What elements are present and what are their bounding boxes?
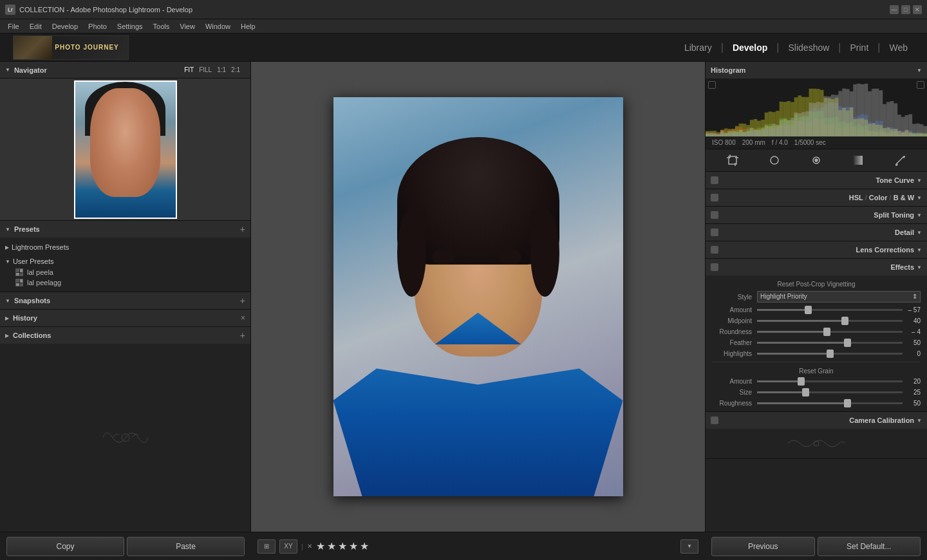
app-icon: Lr xyxy=(5,5,15,15)
snapshots-header[interactable]: Snapshots + xyxy=(0,292,250,309)
rating-stars: ★ ★ ★ ★ ★ xyxy=(316,540,369,552)
grain-amount-label: Amount xyxy=(712,378,757,385)
hsl-arrow xyxy=(917,195,922,201)
split-toning-header[interactable]: Split Toning xyxy=(706,207,927,223)
snapshots-title: Snapshots xyxy=(14,297,240,304)
filmstrip-collapse-btn[interactable]: ▼ xyxy=(680,539,698,554)
lightroom-presets-header[interactable]: Lightroom Presets xyxy=(5,241,245,253)
vignette-amount-slider[interactable] xyxy=(757,309,903,311)
hsl-label[interactable]: HSL xyxy=(849,194,863,201)
vignette-feather-row: Feather 50 xyxy=(706,337,927,348)
previous-button[interactable]: Previous xyxy=(711,537,815,556)
zoom-fit[interactable]: FIT xyxy=(184,66,194,73)
presets-add-btn[interactable]: + xyxy=(240,224,245,234)
history-header[interactable]: History × xyxy=(0,310,250,326)
collections-add-btn[interactable]: + xyxy=(240,330,245,341)
adjustment-brush-icon[interactable] xyxy=(892,153,908,167)
logo-background xyxy=(14,36,52,60)
histogram-clip-left[interactable] xyxy=(708,81,716,89)
effects-arrow xyxy=(917,265,922,270)
zoom-1to1[interactable]: 1:1 xyxy=(217,66,226,73)
star-4[interactable]: ★ xyxy=(349,540,358,552)
grain-size-thumb xyxy=(802,388,809,397)
menu-settings[interactable]: Settings xyxy=(112,21,148,32)
snapshots-add-btn[interactable]: + xyxy=(240,295,245,306)
effects-header[interactable]: Effects xyxy=(706,259,927,275)
camera-cal-icon xyxy=(711,416,718,424)
style-select[interactable]: Highlight Priority ⇕ xyxy=(757,291,921,303)
nav-print[interactable]: Print xyxy=(844,40,876,55)
zoom-fill[interactable]: FILL xyxy=(199,66,212,73)
grain-amount-row: Amount 20 xyxy=(706,376,927,387)
menu-file[interactable]: File xyxy=(3,21,24,32)
collections-header[interactable]: Collections + xyxy=(0,327,250,344)
hsl-header[interactable]: HSL / Color / B & W xyxy=(706,189,927,206)
nav-slideshow[interactable]: Slideshow xyxy=(782,40,836,55)
menu-view[interactable]: View xyxy=(174,21,200,32)
vignette-highlights-slider[interactable] xyxy=(757,353,903,355)
detail-header[interactable]: Detail xyxy=(706,224,927,241)
preset-group-lightroom: Lightroom Presets xyxy=(0,240,250,254)
user-presets-label: User Presets xyxy=(13,257,54,265)
star-1[interactable]: ★ xyxy=(316,540,325,552)
vignette-midpoint-slider[interactable] xyxy=(757,320,903,322)
lp-triangle xyxy=(5,245,9,250)
presets-header[interactable]: Presets + xyxy=(0,221,250,238)
tone-curve-title: Tone Curve xyxy=(722,176,917,184)
svg-point-11 xyxy=(814,441,819,446)
star-2[interactable]: ★ xyxy=(327,540,336,552)
tone-curve-header[interactable]: Tone Curve xyxy=(706,172,927,189)
filmstrip-view-btn[interactable]: ⊞ xyxy=(258,539,276,554)
vignette-roundness-slider[interactable] xyxy=(757,331,903,333)
menubar: File Edit Develop Photo Settings Tools V… xyxy=(0,19,927,33)
minimize-btn[interactable]: — xyxy=(890,5,899,14)
filmstrip-compare-btn[interactable]: XY xyxy=(279,539,297,554)
gradient-icon[interactable] xyxy=(850,153,866,167)
redeye-icon[interactable] xyxy=(808,153,825,167)
nav-develop[interactable]: Develop xyxy=(726,40,774,55)
navigator-title: Navigator xyxy=(14,66,179,74)
copy-button[interactable]: Copy xyxy=(6,537,124,556)
preset-item-2[interactable]: lal peelagg xyxy=(5,277,245,288)
menu-tools[interactable]: Tools xyxy=(148,21,175,32)
grain-roughness-slider[interactable] xyxy=(757,402,903,404)
preset-icon-2 xyxy=(15,279,23,286)
main-layout: Navigator FIT FILL 1:1 2:1 Presets + xyxy=(0,62,927,532)
grain-size-slider[interactable] xyxy=(757,391,903,393)
histogram-header[interactable]: Histogram xyxy=(706,62,927,79)
histogram-triangle xyxy=(917,68,922,73)
nav-web[interactable]: Web xyxy=(883,40,914,55)
lens-corrections-header[interactable]: Lens Corrections xyxy=(706,241,927,258)
roundness-thumb xyxy=(823,328,830,336)
star-3[interactable]: ★ xyxy=(338,540,347,552)
split-toning-arrow xyxy=(917,212,922,218)
vignette-feather-slider[interactable] xyxy=(757,342,903,344)
up-triangle xyxy=(5,259,10,265)
histogram-clip-right[interactable] xyxy=(917,81,924,89)
paste-button[interactable]: Paste xyxy=(127,537,245,556)
nav-library[interactable]: Library xyxy=(678,40,718,55)
color-label[interactable]: Color xyxy=(869,194,888,201)
camera-calibration-header[interactable]: Camera Calibration xyxy=(706,412,927,429)
navigator-header[interactable]: Navigator FIT FILL 1:1 2:1 xyxy=(0,62,250,79)
menu-develop[interactable]: Develop xyxy=(47,21,83,32)
logo-box: PHOTO JOURNEY xyxy=(13,35,129,60)
menu-photo[interactable]: Photo xyxy=(83,21,112,32)
filmstrip-x[interactable]: ✕ xyxy=(307,543,312,550)
set-default-button[interactable]: Set Default... xyxy=(818,537,921,556)
topnav: PHOTO JOURNEY Library | Develop | Slides… xyxy=(0,33,927,62)
zoom-2to1[interactable]: 2:1 xyxy=(231,66,240,73)
spot-heal-icon[interactable] xyxy=(766,153,783,167)
crop-icon[interactable] xyxy=(724,153,741,167)
bw-label[interactable]: B & W xyxy=(894,194,914,201)
user-presets-header[interactable]: User Presets xyxy=(5,256,245,267)
grain-amount-slider[interactable] xyxy=(757,380,903,382)
maximize-btn[interactable]: □ xyxy=(901,5,910,14)
menu-edit[interactable]: Edit xyxy=(24,21,47,32)
menu-window[interactable]: Window xyxy=(200,21,236,32)
star-5[interactable]: ★ xyxy=(360,540,369,552)
preset-item-1[interactable]: lal peela xyxy=(5,267,245,277)
close-btn[interactable]: ✕ xyxy=(913,5,922,14)
history-close-btn[interactable]: × xyxy=(241,313,245,322)
menu-help[interactable]: Help xyxy=(236,21,261,32)
